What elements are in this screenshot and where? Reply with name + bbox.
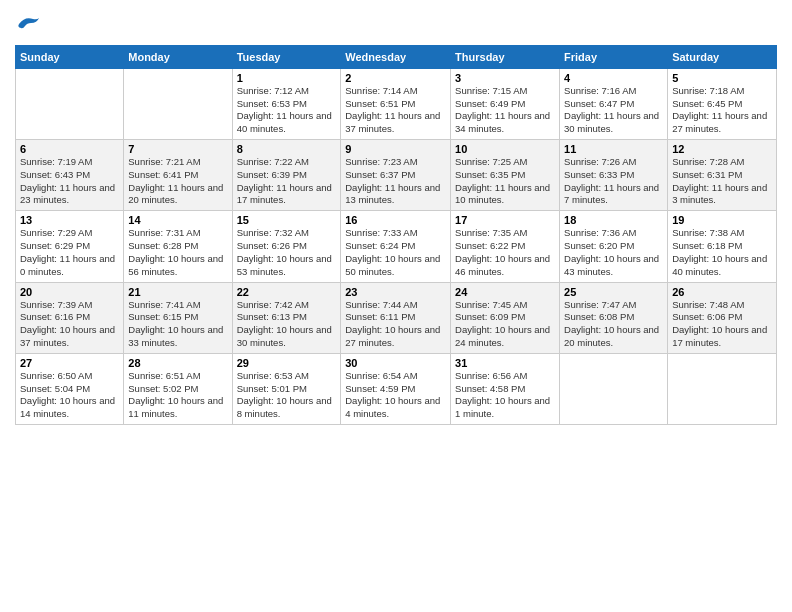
day-info: Sunrise: 7:14 AM Sunset: 6:51 PM Dayligh… xyxy=(345,85,446,136)
day-info: Sunrise: 6:50 AM Sunset: 5:04 PM Dayligh… xyxy=(20,370,119,421)
day-info: Sunrise: 7:31 AM Sunset: 6:28 PM Dayligh… xyxy=(128,227,227,278)
calendar-cell: 29Sunrise: 6:53 AM Sunset: 5:01 PM Dayli… xyxy=(232,353,341,424)
calendar-cell: 16Sunrise: 7:33 AM Sunset: 6:24 PM Dayli… xyxy=(341,211,451,282)
day-info: Sunrise: 7:42 AM Sunset: 6:13 PM Dayligh… xyxy=(237,299,337,350)
day-number: 22 xyxy=(237,286,337,298)
calendar-header-row: SundayMondayTuesdayWednesdayThursdayFrid… xyxy=(16,45,777,68)
day-number: 9 xyxy=(345,143,446,155)
calendar-cell: 17Sunrise: 7:35 AM Sunset: 6:22 PM Dayli… xyxy=(451,211,560,282)
calendar-cell: 11Sunrise: 7:26 AM Sunset: 6:33 PM Dayli… xyxy=(560,140,668,211)
day-info: Sunrise: 7:33 AM Sunset: 6:24 PM Dayligh… xyxy=(345,227,446,278)
day-number: 8 xyxy=(237,143,337,155)
header-monday: Monday xyxy=(124,45,232,68)
calendar-cell: 31Sunrise: 6:56 AM Sunset: 4:58 PM Dayli… xyxy=(451,353,560,424)
day-number: 21 xyxy=(128,286,227,298)
day-info: Sunrise: 7:18 AM Sunset: 6:45 PM Dayligh… xyxy=(672,85,772,136)
day-number: 4 xyxy=(564,72,663,84)
day-info: Sunrise: 7:48 AM Sunset: 6:06 PM Dayligh… xyxy=(672,299,772,350)
day-info: Sunrise: 7:35 AM Sunset: 6:22 PM Dayligh… xyxy=(455,227,555,278)
day-number: 11 xyxy=(564,143,663,155)
day-number: 15 xyxy=(237,214,337,226)
header-saturday: Saturday xyxy=(668,45,777,68)
calendar-cell: 15Sunrise: 7:32 AM Sunset: 6:26 PM Dayli… xyxy=(232,211,341,282)
day-number: 5 xyxy=(672,72,772,84)
calendar-cell: 12Sunrise: 7:28 AM Sunset: 6:31 PM Dayli… xyxy=(668,140,777,211)
day-number: 10 xyxy=(455,143,555,155)
calendar-week-row: 1Sunrise: 7:12 AM Sunset: 6:53 PM Daylig… xyxy=(16,68,777,139)
calendar-cell: 20Sunrise: 7:39 AM Sunset: 6:16 PM Dayli… xyxy=(16,282,124,353)
day-info: Sunrise: 7:19 AM Sunset: 6:43 PM Dayligh… xyxy=(20,156,119,207)
logo-bird-icon xyxy=(17,14,41,34)
day-info: Sunrise: 7:28 AM Sunset: 6:31 PM Dayligh… xyxy=(672,156,772,207)
calendar-week-row: 6Sunrise: 7:19 AM Sunset: 6:43 PM Daylig… xyxy=(16,140,777,211)
day-number: 31 xyxy=(455,357,555,369)
day-number: 29 xyxy=(237,357,337,369)
calendar-cell: 9Sunrise: 7:23 AM Sunset: 6:37 PM Daylig… xyxy=(341,140,451,211)
calendar-cell: 14Sunrise: 7:31 AM Sunset: 6:28 PM Dayli… xyxy=(124,211,232,282)
day-number: 27 xyxy=(20,357,119,369)
day-info: Sunrise: 6:54 AM Sunset: 4:59 PM Dayligh… xyxy=(345,370,446,421)
day-number: 25 xyxy=(564,286,663,298)
day-number: 1 xyxy=(237,72,337,84)
day-info: Sunrise: 6:51 AM Sunset: 5:02 PM Dayligh… xyxy=(128,370,227,421)
day-number: 6 xyxy=(20,143,119,155)
day-info: Sunrise: 7:41 AM Sunset: 6:15 PM Dayligh… xyxy=(128,299,227,350)
calendar-cell: 6Sunrise: 7:19 AM Sunset: 6:43 PM Daylig… xyxy=(16,140,124,211)
calendar-cell xyxy=(16,68,124,139)
day-info: Sunrise: 7:39 AM Sunset: 6:16 PM Dayligh… xyxy=(20,299,119,350)
day-info: Sunrise: 7:32 AM Sunset: 6:26 PM Dayligh… xyxy=(237,227,337,278)
day-number: 13 xyxy=(20,214,119,226)
calendar-cell: 28Sunrise: 6:51 AM Sunset: 5:02 PM Dayli… xyxy=(124,353,232,424)
calendar-cell: 25Sunrise: 7:47 AM Sunset: 6:08 PM Dayli… xyxy=(560,282,668,353)
logo xyxy=(15,14,41,39)
calendar-cell xyxy=(124,68,232,139)
day-info: Sunrise: 7:36 AM Sunset: 6:20 PM Dayligh… xyxy=(564,227,663,278)
header-friday: Friday xyxy=(560,45,668,68)
header-tuesday: Tuesday xyxy=(232,45,341,68)
day-info: Sunrise: 7:23 AM Sunset: 6:37 PM Dayligh… xyxy=(345,156,446,207)
day-info: Sunrise: 7:25 AM Sunset: 6:35 PM Dayligh… xyxy=(455,156,555,207)
day-number: 2 xyxy=(345,72,446,84)
day-number: 24 xyxy=(455,286,555,298)
calendar-cell: 23Sunrise: 7:44 AM Sunset: 6:11 PM Dayli… xyxy=(341,282,451,353)
day-info: Sunrise: 7:12 AM Sunset: 6:53 PM Dayligh… xyxy=(237,85,337,136)
day-info: Sunrise: 7:21 AM Sunset: 6:41 PM Dayligh… xyxy=(128,156,227,207)
day-number: 3 xyxy=(455,72,555,84)
calendar-cell: 24Sunrise: 7:45 AM Sunset: 6:09 PM Dayli… xyxy=(451,282,560,353)
day-number: 17 xyxy=(455,214,555,226)
day-info: Sunrise: 6:56 AM Sunset: 4:58 PM Dayligh… xyxy=(455,370,555,421)
day-info: Sunrise: 7:47 AM Sunset: 6:08 PM Dayligh… xyxy=(564,299,663,350)
header-sunday: Sunday xyxy=(16,45,124,68)
day-number: 16 xyxy=(345,214,446,226)
calendar-cell: 8Sunrise: 7:22 AM Sunset: 6:39 PM Daylig… xyxy=(232,140,341,211)
calendar-week-row: 13Sunrise: 7:29 AM Sunset: 6:29 PM Dayli… xyxy=(16,211,777,282)
day-number: 20 xyxy=(20,286,119,298)
page-header xyxy=(15,10,777,39)
day-info: Sunrise: 7:16 AM Sunset: 6:47 PM Dayligh… xyxy=(564,85,663,136)
calendar-cell: 22Sunrise: 7:42 AM Sunset: 6:13 PM Dayli… xyxy=(232,282,341,353)
calendar-cell: 4Sunrise: 7:16 AM Sunset: 6:47 PM Daylig… xyxy=(560,68,668,139)
calendar-cell: 3Sunrise: 7:15 AM Sunset: 6:49 PM Daylig… xyxy=(451,68,560,139)
day-info: Sunrise: 6:53 AM Sunset: 5:01 PM Dayligh… xyxy=(237,370,337,421)
calendar-cell: 30Sunrise: 6:54 AM Sunset: 4:59 PM Dayli… xyxy=(341,353,451,424)
header-thursday: Thursday xyxy=(451,45,560,68)
day-number: 14 xyxy=(128,214,227,226)
calendar-week-row: 27Sunrise: 6:50 AM Sunset: 5:04 PM Dayli… xyxy=(16,353,777,424)
day-info: Sunrise: 7:26 AM Sunset: 6:33 PM Dayligh… xyxy=(564,156,663,207)
calendar-cell: 21Sunrise: 7:41 AM Sunset: 6:15 PM Dayli… xyxy=(124,282,232,353)
day-number: 28 xyxy=(128,357,227,369)
calendar-cell: 2Sunrise: 7:14 AM Sunset: 6:51 PM Daylig… xyxy=(341,68,451,139)
calendar-cell: 18Sunrise: 7:36 AM Sunset: 6:20 PM Dayli… xyxy=(560,211,668,282)
day-info: Sunrise: 7:45 AM Sunset: 6:09 PM Dayligh… xyxy=(455,299,555,350)
day-info: Sunrise: 7:29 AM Sunset: 6:29 PM Dayligh… xyxy=(20,227,119,278)
day-number: 19 xyxy=(672,214,772,226)
day-info: Sunrise: 7:22 AM Sunset: 6:39 PM Dayligh… xyxy=(237,156,337,207)
day-info: Sunrise: 7:38 AM Sunset: 6:18 PM Dayligh… xyxy=(672,227,772,278)
calendar-cell: 1Sunrise: 7:12 AM Sunset: 6:53 PM Daylig… xyxy=(232,68,341,139)
calendar-cell: 26Sunrise: 7:48 AM Sunset: 6:06 PM Dayli… xyxy=(668,282,777,353)
day-number: 30 xyxy=(345,357,446,369)
day-number: 12 xyxy=(672,143,772,155)
day-number: 7 xyxy=(128,143,227,155)
calendar-cell: 19Sunrise: 7:38 AM Sunset: 6:18 PM Dayli… xyxy=(668,211,777,282)
calendar-cell: 10Sunrise: 7:25 AM Sunset: 6:35 PM Dayli… xyxy=(451,140,560,211)
